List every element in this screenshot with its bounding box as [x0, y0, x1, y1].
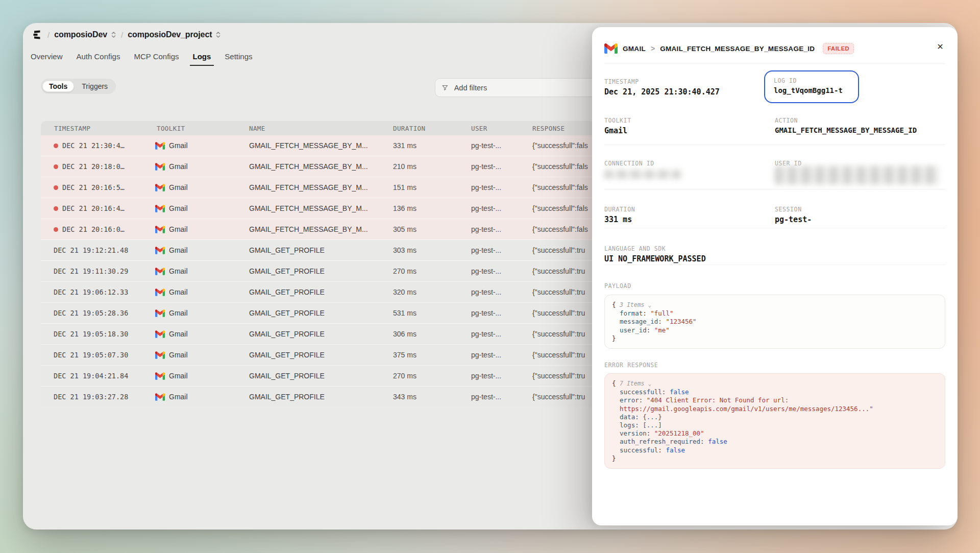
cell-timestamp: DEC 21 19:05:18.30 — [41, 330, 155, 338]
cell-duration: 331 ms — [392, 141, 470, 150]
gmail-icon — [155, 309, 165, 317]
tab-settings[interactable]: Settings — [225, 52, 252, 62]
column-header-toolkit: TOOLKIT — [155, 125, 249, 132]
cell-toolkit: Gmail — [155, 330, 249, 338]
table-row[interactable]: DEC 21 19:05:18.30 GmailGMAIL_GET_PROFIL… — [41, 323, 595, 344]
column-header-duration: DURATION — [392, 125, 470, 132]
project-name: composioDev_project — [128, 30, 212, 39]
cell-toolkit: Gmail — [155, 267, 249, 275]
cell-name: GMAIL_FETCH_MESSAGE_BY_M... — [249, 141, 392, 150]
field-value-log-id: log_tVqomBgg11-t — [774, 86, 843, 94]
column-header-timestamp: TIMESTAMP — [41, 125, 155, 132]
cell-timestamp: DEC 21 20:18:0… — [41, 162, 155, 171]
table-row[interactable]: DEC 21 20:16:0… GmailGMAIL_FETCH_MESSAGE… — [41, 219, 595, 239]
divider — [604, 265, 945, 265]
gmail-icon — [155, 288, 165, 296]
failed-status-dot — [54, 164, 58, 169]
field-label-session: SESSION — [775, 206, 802, 213]
project-switcher[interactable]: composioDev_project — [128, 30, 221, 39]
cell-duration: 305 ms — [392, 225, 470, 233]
table-row[interactable]: DEC 21 19:03:27.28 GmailGMAIL_GET_PROFIL… — [41, 386, 595, 407]
table-row[interactable]: DEC 21 19:05:07.30 GmailGMAIL_GET_PROFIL… — [41, 344, 595, 365]
gmail-icon — [155, 226, 165, 233]
segment-triggers[interactable]: Triggers — [75, 81, 114, 92]
field-value-duration: 331 ms — [604, 215, 632, 224]
code-line: } — [612, 454, 938, 463]
gmail-icon — [155, 330, 165, 338]
table-row[interactable]: DEC 21 19:11:30.29 GmailGMAIL_GET_PROFIL… — [41, 260, 595, 281]
field-value-action: GMAIL_FETCH_MESSAGE_BY_MESSAGE_ID — [775, 126, 917, 134]
cell-user: pg-test-... — [470, 309, 531, 317]
table-row[interactable]: DEC 21 20:16:4… GmailGMAIL_FETCH_MESSAGE… — [41, 198, 595, 219]
payload-json-viewer[interactable]: { 3 Items ⌄ format: "full" message_id: "… — [604, 295, 945, 349]
cell-name: GMAIL_GET_PROFILE — [249, 372, 392, 380]
error-response-json-viewer[interactable]: { 7 Items ⌄ successfull: false error: "4… — [604, 373, 945, 469]
org-switcher[interactable]: composioDev — [54, 30, 116, 39]
cell-toolkit: Gmail — [155, 246, 249, 254]
cell-timestamp: DEC 21 20:16:4… — [41, 204, 155, 212]
cell-duration: 151 ms — [392, 183, 470, 191]
log-id-field-highlighted[interactable]: LOG ID log_tVqomBgg11-t — [764, 70, 859, 103]
cell-response: {"successfull":fals — [531, 141, 595, 150]
cell-name: GMAIL_FETCH_MESSAGE_BY_M... — [249, 225, 392, 233]
field-value-language-sdk: UI NO_FRAMEWORK_PASSED — [604, 254, 706, 263]
table-row[interactable]: DEC 21 20:18:0… GmailGMAIL_FETCH_MESSAGE… — [41, 156, 595, 177]
cell-user: pg-test-... — [470, 372, 531, 380]
tab-overview[interactable]: Overview — [31, 52, 63, 62]
code-line: logs: [...] — [612, 421, 938, 429]
gmail-icon — [155, 268, 165, 275]
table-row[interactable]: DEC 21 20:16:5… GmailGMAIL_FETCH_MESSAGE… — [41, 177, 595, 198]
funnel-icon — [442, 84, 449, 91]
cell-response: {"successfull":tru — [531, 309, 595, 317]
cell-duration: 270 ms — [392, 267, 470, 275]
cell-timestamp: DEC 21 19:03:27.28 — [41, 393, 155, 401]
divider — [604, 189, 945, 189]
code-line: } — [612, 334, 938, 343]
cell-duration: 531 ms — [392, 309, 470, 317]
table-row[interactable]: DEC 21 21:30:4… GmailGMAIL_FETCH_MESSAGE… — [41, 135, 595, 156]
table-row[interactable]: DEC 21 19:04:21.84 GmailGMAIL_GET_PROFIL… — [41, 365, 595, 386]
field-label-toolkit: TOOLKIT — [604, 117, 631, 124]
panel-header: GMAIL > GMAIL_FETCH_MESSAGE_BY_MESSAGE_I… — [604, 37, 927, 60]
divider — [604, 145, 945, 145]
cell-toolkit: Gmail — [155, 288, 249, 296]
code-line: { 7 Items ⌄ — [612, 379, 938, 388]
cell-name: GMAIL_GET_PROFILE — [249, 309, 392, 317]
filter-input[interactable] — [453, 83, 597, 92]
close-button[interactable]: ✕ — [934, 40, 946, 53]
cell-timestamp: DEC 21 21:30:4… — [41, 141, 155, 150]
cell-toolkit: Gmail — [155, 225, 249, 233]
tab-logs[interactable]: Logs — [193, 52, 211, 62]
cell-response: {"successfull":tru — [531, 351, 595, 359]
cell-user: pg-test-... — [470, 183, 531, 191]
table-row[interactable]: DEC 21 19:06:12.33 GmailGMAIL_GET_PROFIL… — [41, 281, 595, 302]
tools-triggers-toggle: ToolsTriggers — [41, 79, 116, 94]
code-line: successfull: false — [612, 388, 938, 396]
cell-response: {"successfull":tru — [531, 393, 595, 401]
cell-name: GMAIL_GET_PROFILE — [249, 246, 392, 254]
cell-name: GMAIL_GET_PROFILE — [249, 393, 392, 401]
cell-duration: 270 ms — [392, 372, 470, 380]
field-label-language-sdk: LANGUAGE AND SDK — [604, 245, 666, 252]
cell-toolkit: Gmail — [155, 204, 249, 212]
code-line: error: "404 Client Error: Not Found for … — [612, 396, 938, 404]
gmail-icon — [155, 184, 165, 191]
field-value-connection-id-redacted — [604, 170, 681, 179]
segment-tools[interactable]: Tools — [42, 81, 74, 92]
field-value-toolkit: Gmail — [604, 126, 627, 135]
cell-name: GMAIL_FETCH_MESSAGE_BY_M... — [249, 183, 392, 191]
cell-toolkit: Gmail — [155, 351, 249, 359]
failed-status-dot — [54, 206, 58, 211]
filter-bar[interactable] — [435, 78, 603, 97]
cell-name: GMAIL_FETCH_MESSAGE_BY_M... — [249, 162, 392, 171]
cell-user: pg-test-... — [470, 204, 531, 212]
divider — [604, 63, 945, 64]
tab-auth-configs[interactable]: Auth Configs — [77, 52, 120, 62]
cell-duration: 375 ms — [392, 351, 470, 359]
code-line: successful: false — [612, 446, 938, 454]
cell-toolkit: Gmail — [155, 393, 249, 401]
cell-timestamp: DEC 21 20:16:5… — [41, 183, 155, 191]
table-row[interactable]: DEC 21 19:12:21.48 GmailGMAIL_GET_PROFIL… — [41, 239, 595, 260]
tab-mcp-configs[interactable]: MCP Configs — [134, 52, 179, 62]
table-row[interactable]: DEC 21 19:05:28.36 GmailGMAIL_GET_PROFIL… — [41, 302, 595, 323]
